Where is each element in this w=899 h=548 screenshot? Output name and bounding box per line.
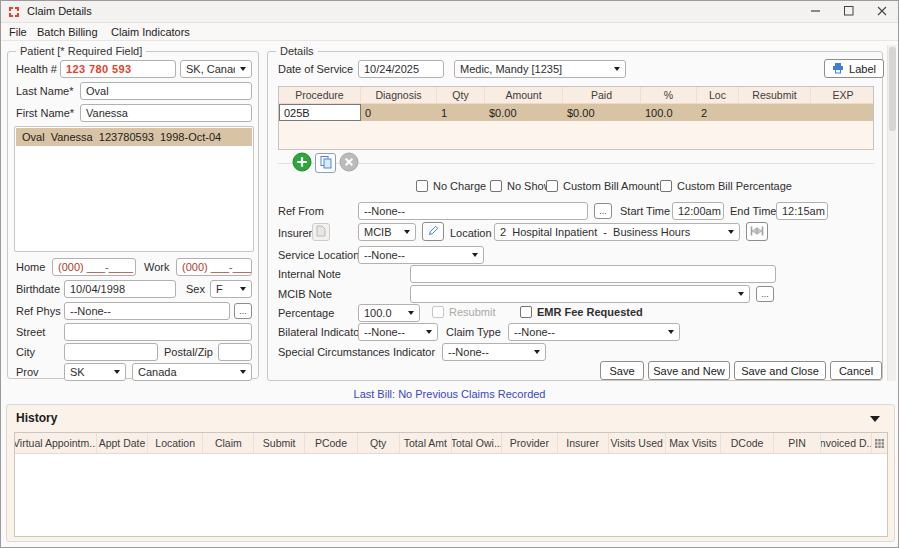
col-resubmit[interactable]: Resubmit	[739, 87, 811, 103]
hcol-pin[interactable]: PIN	[774, 433, 821, 453]
maximize-button[interactable]	[834, 3, 864, 21]
patient-list-item-selected[interactable]: Oval Vanessa 123780593 1998-Oct-04	[16, 128, 252, 146]
column-settings-icon[interactable]	[872, 433, 887, 453]
save-and-new-button[interactable]: Save and New	[648, 361, 730, 380]
hcol-claim[interactable]: Claim	[203, 433, 254, 453]
hcol-appt-date[interactable]: Appt Date	[97, 433, 148, 453]
ref-phys-field[interactable]: --None--	[64, 302, 230, 320]
special-circumstances-select[interactable]: --None--	[442, 343, 546, 361]
hcol-pcode[interactable]: PCode	[305, 433, 358, 453]
service-location-select[interactable]: --None--	[358, 246, 484, 264]
patient-search-results-list[interactable]: Oval Vanessa 123780593 1998-Oct-04	[14, 126, 254, 252]
col-paid[interactable]: Paid	[563, 87, 641, 103]
hcol-total-amt[interactable]: Total Amt	[400, 433, 453, 453]
cancel-button[interactable]: Cancel	[830, 361, 882, 380]
internal-note-field[interactable]	[410, 265, 776, 283]
procedure-grid-header: Procedure Diagnosis Qty Amount Paid % Lo…	[279, 87, 873, 104]
end-time-label: End Time	[730, 205, 776, 217]
city-field[interactable]	[64, 343, 158, 361]
hcol-dcode[interactable]: DCode	[721, 433, 774, 453]
health-number-field[interactable]: 123 780 593	[60, 60, 176, 78]
save-button[interactable]: Save	[600, 361, 644, 380]
amount-cell: $0.00	[485, 104, 563, 121]
street-field[interactable]	[64, 323, 252, 341]
hcol-visits-used[interactable]: Visits Used	[609, 433, 666, 453]
custom-bill-amount-checkbox[interactable]: Custom Bill Amount	[546, 180, 659, 192]
start-time-field[interactable]: 12:00am	[672, 202, 724, 220]
hcol-invoiced-date[interactable]: Invoiced D...	[821, 433, 872, 453]
birthdate-field[interactable]: 10/04/1998	[64, 280, 176, 298]
mcib-note-browse-button[interactable]: ...	[756, 286, 774, 302]
menu-claim-indicators[interactable]: Claim Indicators	[111, 26, 190, 38]
hcol-max-visits[interactable]: Max Visits	[666, 433, 721, 453]
work-phone-label: Work	[144, 261, 169, 273]
insurer-select[interactable]: MCIB	[358, 223, 416, 241]
scrollbar-thumb[interactable]	[889, 47, 896, 131]
location-select[interactable]: 2 Hospital Inpatient - Business Hours	[494, 223, 740, 241]
delete-procedure-button[interactable]	[339, 153, 359, 173]
hcol-virtual-appointment[interactable]: Virtual Appointm...	[15, 433, 97, 453]
last-bill-status: Last Bill: No Previous Claims Recorded	[1, 388, 898, 400]
add-procedure-button[interactable]	[292, 153, 312, 173]
insurer-edit-button[interactable]	[422, 222, 444, 241]
procedure-row[interactable]: 025B 0 1 $0.00 $0.00 100.0 2	[279, 104, 873, 121]
col-qty[interactable]: Qty	[437, 87, 485, 103]
menu-batch-billing[interactable]: Batch Billing	[37, 26, 98, 38]
procedure-cell[interactable]: 025B	[279, 104, 361, 121]
minimize-button[interactable]	[801, 3, 831, 21]
col-amount[interactable]: Amount	[485, 87, 563, 103]
vertical-scrollbar[interactable]	[887, 45, 896, 381]
hcol-provider[interactable]: Provider	[502, 433, 557, 453]
hcol-submit[interactable]: Submit	[254, 433, 305, 453]
save-and-close-button[interactable]: Save and Close	[734, 361, 826, 380]
ref-phys-label: Ref Phys	[16, 305, 61, 317]
insurer-document-button[interactable]	[312, 223, 330, 241]
first-name-field[interactable]: Vanessa	[80, 104, 252, 122]
checkbox-icon	[416, 180, 428, 192]
hcol-qty[interactable]: Qty	[358, 433, 400, 453]
work-phone-field[interactable]: (000) ___-____	[176, 258, 252, 276]
history-collapse-icon[interactable]	[870, 416, 880, 422]
dropdown-arrow-icon	[534, 350, 540, 354]
provider-select[interactable]: Medic, Mandy [1235]	[454, 60, 626, 78]
bilateral-indicator-select[interactable]: --None--	[358, 323, 438, 341]
menu-file[interactable]: File	[9, 26, 27, 38]
hcol-insurer[interactable]: Insurer	[558, 433, 609, 453]
procedure-code-input[interactable]: 025B	[279, 104, 361, 121]
home-phone-field[interactable]: (000) ___-____	[52, 258, 136, 276]
mcib-note-select[interactable]	[410, 285, 750, 303]
date-of-service-field[interactable]: 10/24/2025	[358, 60, 444, 78]
hcol-location[interactable]: Location	[148, 433, 203, 453]
col-loc[interactable]: Loc	[697, 87, 739, 103]
bed-button[interactable]	[746, 222, 768, 241]
insurer-label: Insurer	[278, 227, 312, 239]
ref-phys-browse-button[interactable]: ...	[234, 303, 252, 319]
claim-type-select[interactable]: --None--	[508, 323, 680, 341]
prov-select[interactable]: SK	[64, 363, 126, 381]
col-procedure[interactable]: Procedure	[279, 87, 361, 103]
col-exp[interactable]: EXP	[811, 87, 874, 103]
copy-procedure-button[interactable]	[315, 153, 336, 173]
dropdown-arrow-icon	[114, 370, 120, 374]
label-button[interactable]: Label	[824, 59, 884, 78]
end-time-field[interactable]: 12:15am	[776, 202, 828, 220]
sex-select[interactable]: F	[210, 280, 252, 298]
close-button[interactable]	[867, 3, 897, 21]
health-region-select[interactable]: SK, Canada	[180, 60, 252, 78]
emr-fee-requested-checkbox[interactable]: EMR Fee Requested	[520, 306, 643, 318]
col-percent[interactable]: %	[641, 87, 697, 103]
country-select[interactable]: Canada	[132, 363, 252, 381]
custom-bill-percentage-checkbox[interactable]: Custom Bill Percentage	[660, 180, 792, 192]
ref-from-browse-button[interactable]: ...	[594, 203, 612, 219]
percentage-select[interactable]: 100.0	[358, 304, 420, 322]
no-show-checkbox[interactable]: No Show	[490, 180, 552, 192]
hcol-total-owing[interactable]: Total Owi...	[452, 433, 502, 453]
health-number-label: Health #	[16, 63, 57, 75]
postal-field[interactable]	[218, 343, 252, 361]
no-charge-checkbox[interactable]: No Charge	[416, 180, 486, 192]
ref-from-field[interactable]: --None--	[358, 202, 588, 220]
col-diagnosis[interactable]: Diagnosis	[361, 87, 437, 103]
patient-panel-legend: Patient [* Required Field]	[16, 45, 146, 57]
qty-cell: 1	[437, 104, 485, 121]
last-name-field[interactable]: Oval	[80, 82, 252, 100]
